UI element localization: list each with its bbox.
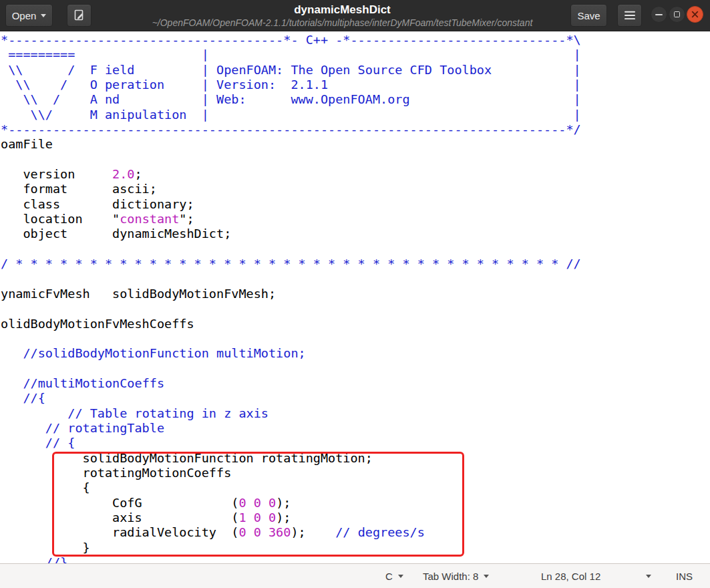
- code-line: \\/ M anipulation | |: [1, 108, 710, 122]
- open-button-label: Open: [12, 10, 37, 21]
- file-path: ~/OpenFOAM/OpenFOAM-2.1.1/tutorials/mult…: [102, 17, 583, 29]
- code-line: \\ / F ield | OpenFOAM: The Open Source …: [1, 63, 710, 78]
- code-line: format ascii;: [1, 182, 710, 196]
- maximize-icon: [674, 11, 680, 17]
- code-line: oamFile: [1, 137, 710, 152]
- open-button[interactable]: Open: [5, 4, 53, 27]
- code-line: olidBodyMotionFvMeshCoeffs: [1, 317, 710, 331]
- code-line: axis (1 0 0);: [1, 510, 710, 525]
- code-line: [1, 361, 710, 376]
- code-line: //}: [1, 555, 710, 563]
- new-document-icon: [73, 9, 85, 21]
- code-line: ========= | |: [1, 47, 710, 62]
- code-line: location "constant";: [1, 212, 710, 227]
- minimize-icon: [655, 14, 663, 15]
- code-line: *-------------------------------------*-…: [1, 33, 710, 47]
- code-line: //solidBodyMotionFunction multiMotion;: [1, 346, 710, 361]
- insert-mode-indicator: INS: [676, 564, 693, 588]
- minimize-button[interactable]: [651, 6, 667, 23]
- code-line: [1, 152, 710, 167]
- code-line: // rotatingTable: [1, 421, 710, 436]
- code-line: // {: [1, 436, 710, 450]
- code-line: \\ / O peration | Version: 2.1.1 |: [1, 78, 710, 92]
- statusbar: C Tab Width: 8 Ln 28, Col 12 INS: [0, 563, 710, 588]
- code-line: // Table rotating in z axis: [1, 406, 710, 421]
- code-line: ynamicFvMesh solidBodyMotionFvMesh;: [1, 287, 710, 301]
- maximize-button[interactable]: [669, 6, 685, 23]
- code-line: }: [1, 541, 710, 555]
- code-line: {: [1, 480, 710, 495]
- menu-button[interactable]: [617, 4, 642, 27]
- close-icon: [691, 11, 699, 18]
- tab-width-selector[interactable]: Tab Width: 8: [423, 564, 489, 588]
- code-line: CofG (0 0 0);: [1, 496, 710, 510]
- code-line: rotatingMotionCoeffs: [1, 466, 710, 480]
- language-label: C: [385, 571, 393, 582]
- code-line: //{: [1, 391, 710, 406]
- code-line: class dictionary;: [1, 197, 710, 212]
- editor-area[interactable]: *-------------------------------------*-…: [0, 31, 710, 563]
- window-title: dynamicMeshDict: [102, 3, 583, 17]
- chevron-down-icon: [41, 14, 46, 17]
- code-line: //multiMotionCoeffs: [1, 376, 710, 391]
- save-button-label: Save: [577, 10, 600, 21]
- title-block: dynamicMeshDict ~/OpenFOAM/OpenFOAM-2.1.…: [102, 3, 583, 29]
- tab-width-label: Tab Width: 8: [423, 571, 478, 582]
- chevron-down-icon: [484, 575, 489, 578]
- code-line: *---------------------------------------…: [1, 122, 710, 137]
- new-document-button[interactable]: [67, 4, 92, 27]
- language-selector[interactable]: C: [385, 564, 403, 588]
- cursor-position-label: Ln 28, Col 12: [541, 571, 600, 582]
- close-button[interactable]: [687, 6, 703, 23]
- code-line: version 2.0;: [1, 167, 710, 182]
- cursor-position-selector[interactable]: Ln 28, Col 12: [541, 564, 651, 588]
- code-line: object dynamicMeshDict;: [1, 227, 710, 241]
- code-line: [1, 331, 710, 346]
- code-line: / * * * * * * * * * * * * * * * * * * * …: [1, 257, 710, 271]
- code-line: [1, 272, 710, 287]
- headerbar[interactable]: Open dynamicMeshDict ~/OpenFOAM/OpenFOAM…: [0, 0, 710, 31]
- insert-mode-label: INS: [676, 571, 693, 582]
- chevron-down-icon: [398, 575, 403, 578]
- code-line: \\ / A nd | Web: www.OpenFOAM.org |: [1, 92, 710, 107]
- hamburger-menu-icon: [625, 11, 635, 20]
- code-line: radialVelocity (0 0 360); // degrees/s: [1, 525, 710, 540]
- code-line: [1, 242, 710, 257]
- editor-text: *-------------------------------------*-…: [0, 31, 710, 563]
- code-line: solidBodyMotionFunction rotatingMotion;: [1, 451, 710, 466]
- chevron-down-icon: [646, 575, 651, 578]
- save-button[interactable]: Save: [570, 4, 607, 27]
- code-line: [1, 301, 710, 316]
